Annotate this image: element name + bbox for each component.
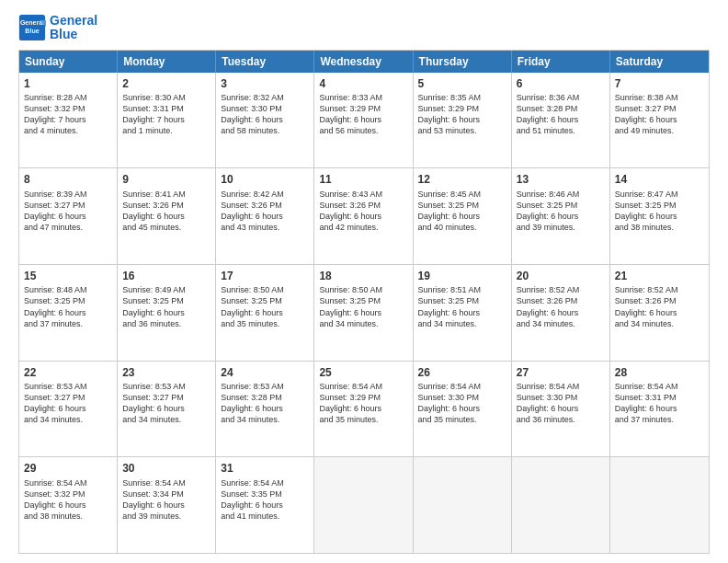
calendar-cell: 28Sunrise: 8:54 AM Sunset: 3:31 PM Dayli… xyxy=(610,362,709,457)
day-number: 12 xyxy=(418,172,506,187)
calendar-cell: 7Sunrise: 8:38 AM Sunset: 3:27 PM Daylig… xyxy=(610,73,709,168)
day-info: Sunrise: 8:53 AM Sunset: 3:27 PM Dayligh… xyxy=(24,381,112,426)
calendar-cell: 15Sunrise: 8:48 AM Sunset: 3:25 PM Dayli… xyxy=(19,265,118,361)
day-info: Sunrise: 8:50 AM Sunset: 3:25 PM Dayligh… xyxy=(319,284,407,329)
day-number: 17 xyxy=(221,269,309,283)
day-number: 31 xyxy=(221,461,309,476)
logo-icon: General Blue xyxy=(18,14,46,41)
day-number: 13 xyxy=(517,172,605,187)
calendar-cell: 3Sunrise: 8:32 AM Sunset: 3:30 PM Daylig… xyxy=(216,73,314,168)
day-number: 24 xyxy=(221,365,309,380)
calendar-cell xyxy=(314,457,413,553)
day-info: Sunrise: 8:42 AM Sunset: 3:26 PM Dayligh… xyxy=(221,189,309,234)
day-info: Sunrise: 8:54 AM Sunset: 3:34 PM Dayligh… xyxy=(122,477,210,523)
calendar-row-2: 8Sunrise: 8:39 AM Sunset: 3:27 PM Daylig… xyxy=(19,167,709,264)
logo: General Blue General Blue xyxy=(18,14,97,42)
day-number: 8 xyxy=(24,172,112,187)
day-header-thursday: Thursday xyxy=(414,51,512,73)
day-info: Sunrise: 8:46 AM Sunset: 3:25 PM Dayligh… xyxy=(517,189,605,234)
calendar-row-1: 1Sunrise: 8:28 AM Sunset: 3:32 PM Daylig… xyxy=(19,73,709,168)
page-header: General Blue General Blue xyxy=(18,14,710,42)
calendar-cell: 9Sunrise: 8:41 AM Sunset: 3:26 PM Daylig… xyxy=(118,168,216,264)
calendar: SundayMondayTuesdayWednesdayThursdayFrid… xyxy=(18,50,710,554)
calendar-cell: 24Sunrise: 8:53 AM Sunset: 3:28 PM Dayli… xyxy=(216,362,314,457)
calendar-cell: 6Sunrise: 8:36 AM Sunset: 3:28 PM Daylig… xyxy=(512,73,610,168)
calendar-row-4: 22Sunrise: 8:53 AM Sunset: 3:27 PM Dayli… xyxy=(19,361,709,457)
calendar-cell: 23Sunrise: 8:53 AM Sunset: 3:27 PM Dayli… xyxy=(118,362,216,457)
calendar-body: 1Sunrise: 8:28 AM Sunset: 3:32 PM Daylig… xyxy=(19,73,709,553)
day-number: 4 xyxy=(319,76,407,91)
calendar-cell: 1Sunrise: 8:28 AM Sunset: 3:32 PM Daylig… xyxy=(19,73,118,168)
calendar-cell: 29Sunrise: 8:54 AM Sunset: 3:32 PM Dayli… xyxy=(19,457,118,553)
day-info: Sunrise: 8:53 AM Sunset: 3:27 PM Dayligh… xyxy=(122,381,210,426)
day-number: 9 xyxy=(122,172,210,187)
day-info: Sunrise: 8:52 AM Sunset: 3:26 PM Dayligh… xyxy=(615,284,704,329)
day-info: Sunrise: 8:28 AM Sunset: 3:32 PM Dayligh… xyxy=(24,92,112,137)
day-number: 29 xyxy=(24,461,112,476)
day-number: 23 xyxy=(122,365,210,380)
day-number: 22 xyxy=(24,365,112,380)
day-number: 7 xyxy=(615,76,704,91)
calendar-cell: 30Sunrise: 8:54 AM Sunset: 3:34 PM Dayli… xyxy=(118,457,216,553)
day-info: Sunrise: 8:32 AM Sunset: 3:30 PM Dayligh… xyxy=(221,92,309,137)
calendar-cell: 31Sunrise: 8:54 AM Sunset: 3:35 PM Dayli… xyxy=(216,457,314,553)
day-info: Sunrise: 8:39 AM Sunset: 3:27 PM Dayligh… xyxy=(24,189,112,234)
calendar-cell: 18Sunrise: 8:50 AM Sunset: 3:25 PM Dayli… xyxy=(314,265,413,361)
calendar-cell xyxy=(414,457,512,553)
day-info: Sunrise: 8:43 AM Sunset: 3:26 PM Dayligh… xyxy=(319,189,407,234)
calendar-cell: 12Sunrise: 8:45 AM Sunset: 3:25 PM Dayli… xyxy=(414,168,512,264)
day-info: Sunrise: 8:52 AM Sunset: 3:26 PM Dayligh… xyxy=(517,284,605,329)
day-info: Sunrise: 8:45 AM Sunset: 3:25 PM Dayligh… xyxy=(418,189,506,234)
day-number: 11 xyxy=(319,172,407,187)
day-number: 14 xyxy=(615,172,704,187)
day-number: 21 xyxy=(615,269,704,283)
calendar-cell: 21Sunrise: 8:52 AM Sunset: 3:26 PM Dayli… xyxy=(610,265,709,361)
day-info: Sunrise: 8:54 AM Sunset: 3:31 PM Dayligh… xyxy=(615,381,704,426)
calendar-cell: 17Sunrise: 8:50 AM Sunset: 3:25 PM Dayli… xyxy=(216,265,314,361)
day-number: 28 xyxy=(615,365,704,380)
calendar-cell: 27Sunrise: 8:54 AM Sunset: 3:30 PM Dayli… xyxy=(512,362,610,457)
day-number: 18 xyxy=(319,269,407,283)
day-info: Sunrise: 8:54 AM Sunset: 3:30 PM Dayligh… xyxy=(517,381,605,426)
day-number: 3 xyxy=(221,76,309,91)
calendar-cell: 5Sunrise: 8:35 AM Sunset: 3:29 PM Daylig… xyxy=(414,73,512,168)
day-info: Sunrise: 8:47 AM Sunset: 3:25 PM Dayligh… xyxy=(615,189,704,234)
day-info: Sunrise: 8:36 AM Sunset: 3:28 PM Dayligh… xyxy=(517,92,605,137)
day-header-wednesday: Wednesday xyxy=(314,51,413,73)
calendar-page: General Blue General Blue SundayMondayTu… xyxy=(0,0,728,563)
calendar-cell: 20Sunrise: 8:52 AM Sunset: 3:26 PM Dayli… xyxy=(512,265,610,361)
svg-text:Blue: Blue xyxy=(25,29,39,35)
day-header-saturday: Saturday xyxy=(610,51,709,73)
calendar-cell: 8Sunrise: 8:39 AM Sunset: 3:27 PM Daylig… xyxy=(19,168,118,264)
calendar-cell: 10Sunrise: 8:42 AM Sunset: 3:26 PM Dayli… xyxy=(216,168,314,264)
day-number: 20 xyxy=(517,269,605,283)
day-info: Sunrise: 8:53 AM Sunset: 3:28 PM Dayligh… xyxy=(221,381,309,426)
day-info: Sunrise: 8:54 AM Sunset: 3:29 PM Dayligh… xyxy=(319,381,407,426)
day-header-friday: Friday xyxy=(512,51,610,73)
calendar-cell: 13Sunrise: 8:46 AM Sunset: 3:25 PM Dayli… xyxy=(512,168,610,264)
day-info: Sunrise: 8:48 AM Sunset: 3:25 PM Dayligh… xyxy=(24,284,112,329)
day-info: Sunrise: 8:50 AM Sunset: 3:25 PM Dayligh… xyxy=(221,284,309,329)
day-info: Sunrise: 8:54 AM Sunset: 3:35 PM Dayligh… xyxy=(221,477,309,523)
day-header-monday: Monday xyxy=(118,51,216,73)
day-info: Sunrise: 8:51 AM Sunset: 3:25 PM Dayligh… xyxy=(418,284,506,329)
day-info: Sunrise: 8:38 AM Sunset: 3:27 PM Dayligh… xyxy=(615,92,704,137)
day-number: 27 xyxy=(517,365,605,380)
day-info: Sunrise: 8:54 AM Sunset: 3:32 PM Dayligh… xyxy=(24,477,112,523)
day-info: Sunrise: 8:35 AM Sunset: 3:29 PM Dayligh… xyxy=(418,92,506,137)
calendar-cell: 4Sunrise: 8:33 AM Sunset: 3:29 PM Daylig… xyxy=(314,73,413,168)
day-number: 15 xyxy=(24,269,112,283)
day-header-sunday: Sunday xyxy=(19,51,118,73)
day-info: Sunrise: 8:33 AM Sunset: 3:29 PM Dayligh… xyxy=(319,92,407,137)
day-info: Sunrise: 8:41 AM Sunset: 3:26 PM Dayligh… xyxy=(122,189,210,234)
day-info: Sunrise: 8:49 AM Sunset: 3:25 PM Dayligh… xyxy=(122,284,210,329)
day-number: 6 xyxy=(517,76,605,91)
day-info: Sunrise: 8:54 AM Sunset: 3:30 PM Dayligh… xyxy=(418,381,506,426)
day-number: 19 xyxy=(418,269,506,283)
calendar-cell xyxy=(610,457,709,553)
logo-text: General xyxy=(50,14,97,28)
day-number: 30 xyxy=(122,461,210,476)
calendar-row-3: 15Sunrise: 8:48 AM Sunset: 3:25 PM Dayli… xyxy=(19,264,709,361)
calendar-cell: 14Sunrise: 8:47 AM Sunset: 3:25 PM Dayli… xyxy=(610,168,709,264)
day-number: 25 xyxy=(319,365,407,380)
